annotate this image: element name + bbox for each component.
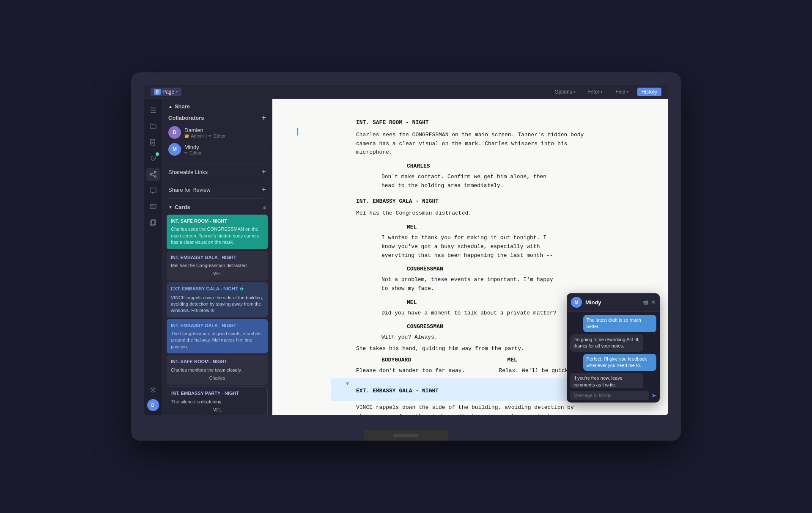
- dialogue-2: I wanted to thank you for making it out …: [381, 234, 559, 260]
- card-safe-room[interactable]: INT. SAFE ROOM - NIGHT Charles sees the …: [167, 215, 268, 249]
- divider-3: [168, 199, 266, 199]
- laptop-frame: 8 Page ▾ Options ▾ Filter ▾ Find ▾ Histo…: [131, 72, 681, 441]
- chat-message-3: Perfect, I'll give you feedback whenever…: [583, 354, 656, 371]
- svg-point-5: [150, 174, 152, 175]
- history-sidebar-button[interactable]: [146, 152, 160, 165]
- folder-button[interactable]: [146, 119, 160, 133]
- pages-button[interactable]: [146, 216, 160, 229]
- script-area: INT. SAFE ROOM - NIGHT Charles sees the …: [272, 99, 668, 415]
- card-embassy-party[interactable]: INT. EMBASSY PARTY - NIGHT The silence i…: [167, 386, 268, 415]
- share-sidebar-button[interactable]: [146, 168, 160, 181]
- page-selector[interactable]: 8 Page ▾: [151, 88, 181, 96]
- cards-header: ▼ Cards ≡: [162, 201, 272, 213]
- chat-message-4: If you're free now, leave comments as I …: [570, 373, 643, 388]
- character-2: MEL: [407, 223, 584, 232]
- page-chevron-icon: ▾: [176, 90, 178, 94]
- collaborators-section: Collaborators + D Damien 👑 Admin | ✏: [162, 112, 272, 161]
- collapse-arrow-icon[interactable]: ▼: [346, 380, 349, 388]
- dialogue-5: With you? Always.: [381, 333, 559, 342]
- add-review-button[interactable]: +: [261, 185, 266, 194]
- mindy-role: ✏ Editor: [184, 150, 261, 155]
- document-button[interactable]: [146, 135, 160, 149]
- top-bar: 8 Page ▾ Options ▾ Filter ▾ Find ▾ Histo…: [144, 85, 668, 99]
- icon-sidebar: ☰: [144, 99, 162, 415]
- keyboard-button[interactable]: [146, 200, 160, 213]
- damien-info: Damien 👑 Admin | ✏ Editor: [184, 127, 266, 138]
- collaborator-mindy[interactable]: M Mindy ✏ Editor ›: [162, 141, 272, 158]
- main-layout: ☰: [144, 99, 668, 415]
- svg-rect-9: [150, 204, 156, 209]
- chat-message-1: The latest draft is so much better.: [583, 315, 656, 332]
- filter-button[interactable]: Filter ▾: [584, 88, 607, 96]
- chat-messages: The latest draft is so much better. I'm …: [567, 312, 660, 388]
- damien-name: Damien: [184, 127, 266, 133]
- action-3: She takes his hand, guiding him way from…: [356, 345, 584, 353]
- collaborator-damien[interactable]: D Damien 👑 Admin | ✏ Editor: [162, 124, 272, 141]
- character-1: CHARLES: [407, 162, 584, 171]
- card-ext-embassy-gala[interactable]: EXT. EMBASSY GALA - NIGHT ✈ VINCE rappel…: [167, 282, 268, 317]
- card-scene-label-6: INT. EMBASSY PARTY - NIGHT: [171, 390, 263, 397]
- shareable-links-label: Shareable Links: [168, 169, 208, 175]
- chat-send-button[interactable]: ➤: [651, 392, 656, 399]
- dialogue-6: Please don't wander too far away.: [356, 367, 465, 375]
- card-scene-label-2: INT. EMBASSY GALA - NIGHT: [171, 254, 263, 261]
- character-5: CONGRESSMAN: [407, 323, 584, 331]
- send-icon: ✈: [240, 286, 244, 293]
- laptop-screen: 8 Page ▾ Options ▾ Filter ▾ Find ▾ Histo…: [144, 85, 668, 415]
- card-scene-label: INT. SAFE ROOM - NIGHT: [171, 218, 263, 224]
- divider-2: [168, 181, 266, 181]
- find-chevron-icon: ▾: [627, 90, 629, 94]
- svg-line-8: [152, 175, 154, 176]
- share-title: Share: [175, 103, 190, 110]
- card-embassy-gala-1[interactable]: INT. EMBASSY GALA - NIGHT Mel has the Co…: [167, 251, 268, 281]
- action-2: Mel has the Congressman distracted.: [356, 209, 584, 218]
- comments-sidebar-button[interactable]: [146, 184, 160, 197]
- chat-user-avatar: M: [571, 297, 582, 308]
- dialogue-3: Not a problem, these events are importan…: [381, 276, 559, 293]
- cards-section: ▼ Cards ≡ INT. SAFE ROOM - NIGHT Charles…: [162, 201, 272, 415]
- card-scene-label-4: INT. EMBASSY GALA - NIGHT: [171, 323, 263, 329]
- history-button[interactable]: History: [637, 88, 661, 96]
- user-avatar[interactable]: D: [147, 399, 159, 411]
- find-button[interactable]: Find ▾: [611, 88, 633, 96]
- editor-pencil-icon: ✏: [208, 134, 212, 138]
- chat-input[interactable]: [570, 391, 649, 400]
- card-scene-label-5: INT. SAFE ROOM - NIGHT: [171, 359, 263, 365]
- scene-heading-3: EXT. EMBASSY GALA - NIGHT: [356, 387, 584, 396]
- sidebar-bottom: D: [146, 383, 160, 411]
- dual-dialogue: BODYGUARD Please don't wander too far aw…: [356, 356, 584, 377]
- card-embassy-gala-2[interactable]: INT. EMBASSY GALA - NIGHT The Congressma…: [167, 319, 268, 354]
- cards-filter-icon[interactable]: ≡: [263, 204, 266, 210]
- chat-input-area: ➤: [567, 388, 660, 403]
- share-for-review-row[interactable]: Share for Review +: [162, 183, 272, 197]
- character-6: BODYGUARD: [381, 356, 465, 365]
- chat-widget: M Mindy 📹 ✕ The latest draft is so much …: [567, 293, 660, 403]
- chat-header: M Mindy 📹 ✕: [567, 293, 660, 312]
- mindy-name: Mindy: [184, 144, 261, 150]
- add-link-button[interactable]: +: [261, 168, 266, 177]
- action-1: Charles sees the CONGRESSMAN on the main…: [356, 131, 584, 157]
- add-collaborator-button[interactable]: +: [261, 114, 266, 121]
- svg-point-4: [154, 171, 156, 173]
- chat-user-name: Mindy: [585, 299, 639, 306]
- cards-label: Cards: [175, 204, 190, 210]
- options-button[interactable]: Options ▾: [550, 88, 579, 96]
- scene-heading-1: INT. SAFE ROOM - NIGHT: [356, 119, 584, 127]
- mindy-expand-icon: ›: [265, 147, 266, 152]
- history-badge: [156, 152, 159, 156]
- options-chevron-icon: ▾: [573, 90, 576, 94]
- cards-chevron-icon: ▼: [168, 205, 173, 210]
- shareable-links-row[interactable]: Shareable Links +: [162, 165, 272, 179]
- close-chat-button[interactable]: ✕: [651, 299, 656, 305]
- share-chevron-icon: ▲: [168, 104, 173, 109]
- svg-point-6: [154, 176, 156, 177]
- menu-button[interactable]: ☰: [146, 103, 160, 117]
- collaborators-label: Collaborators: [168, 115, 204, 121]
- settings-button[interactable]: [146, 383, 160, 397]
- dialogue-1: Don't make contact. Confirm we get him a…: [381, 173, 559, 190]
- video-call-button[interactable]: 📹: [642, 299, 649, 305]
- card-safe-room-2[interactable]: INT. SAFE ROOM - NIGHT Charles monitors …: [167, 355, 268, 385]
- divider-1: [168, 163, 266, 163]
- mindy-editor-icon: ✏: [184, 151, 188, 155]
- chat-controls: 📹 ✕: [642, 299, 656, 305]
